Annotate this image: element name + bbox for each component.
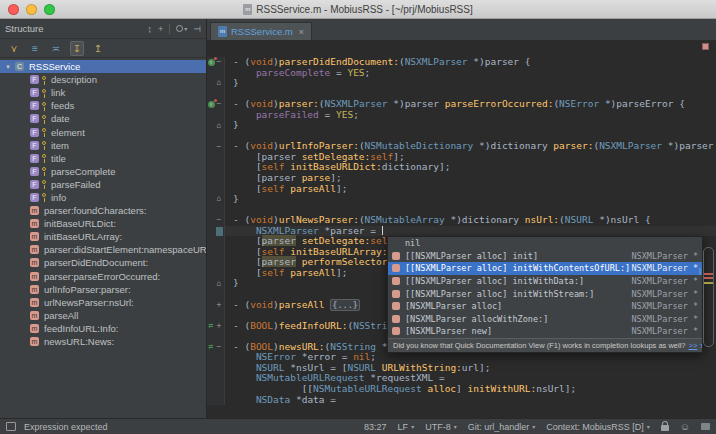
completion-item[interactable]: [NSXMLParser alloc]NSXMLParser *: [388, 300, 702, 313]
gutter[interactable]: [207, 236, 225, 247]
code-line[interactable]: ⌂}: [207, 120, 716, 131]
autoscroll-to-source-icon[interactable]: ↧: [70, 41, 84, 56]
structure-item-rssservice[interactable]: ▼CRSSService: [0, 60, 206, 73]
completion-item[interactable]: [[NSXMLParser alloc] initWithData:]NSXML…: [388, 275, 702, 288]
structure-item-info[interactable]: Finfo: [0, 191, 206, 204]
code-line[interactable]: ⌂}: [207, 78, 716, 89]
completion-item[interactable]: [NSXMLParser new]NSXMLParser *: [388, 325, 702, 338]
gutter[interactable]: [207, 373, 225, 384]
code-line[interactable]: ⌂}: [207, 194, 716, 205]
structure-item-link[interactable]: Flink: [0, 86, 206, 99]
fold-marker-slot[interactable]: −: [215, 141, 223, 152]
fold-marker-slot[interactable]: [215, 384, 223, 395]
fold-marker-slot[interactable]: [215, 173, 223, 184]
scroll-to-source-icon[interactable]: ↨: [147, 24, 152, 34]
override-icon[interactable]: ↑: [208, 101, 215, 108]
gutter[interactable]: ↑−: [207, 57, 225, 68]
collapse-all-icon[interactable]: ≍: [49, 41, 63, 56]
fold-marker-slot[interactable]: [215, 395, 223, 406]
structure-item-initbaseurlarray[interactable]: minitBaseURLArray:: [0, 230, 206, 243]
hint-link[interactable]: >>: [689, 341, 698, 350]
gutter[interactable]: [207, 352, 225, 363]
gutter[interactable]: ⌂: [207, 278, 225, 289]
structure-item-parsecomplete[interactable]: FparseComplete: [0, 165, 206, 178]
structure-item-parser-didstartelement-namespaceuri[interactable]: mparser:didStartElement:namespaceURI:: [0, 243, 206, 256]
fold-marker-slot[interactable]: [215, 110, 223, 121]
recursive-call-icon[interactable]: ⇄: [209, 321, 214, 332]
gutter[interactable]: −: [207, 215, 225, 226]
gutter[interactable]: [207, 310, 225, 321]
close-window-button[interactable]: [8, 4, 19, 15]
completion-item[interactable]: [[NSXMLParser alloc] init]NSXMLParser *: [388, 250, 702, 263]
fold-collapsed-icon[interactable]: +: [217, 322, 222, 330]
fold-marker-slot[interactable]: [215, 363, 223, 374]
structure-item-parsefailed[interactable]: FparseFailed: [0, 178, 206, 191]
structure-item-parserdidenddocument[interactable]: mparserDidEndDocument:: [0, 256, 206, 269]
inspections-hector-icon[interactable]: ☺: [680, 422, 690, 432]
fold-collapsed-icon[interactable]: +: [217, 301, 222, 309]
fold-open-icon[interactable]: −: [217, 58, 222, 66]
fold-open-icon[interactable]: −: [217, 100, 222, 108]
structure-item-initbaseurldict[interactable]: minitBaseURLDict:: [0, 217, 206, 230]
fold-marker-slot[interactable]: [215, 131, 223, 142]
expand-arrow-icon[interactable]: ▼: [5, 64, 11, 70]
fold-marker-slot[interactable]: [215, 310, 223, 321]
fold-open-icon[interactable]: −: [217, 343, 222, 351]
error-stripe-mark[interactable]: [704, 277, 713, 279]
gutter[interactable]: [207, 173, 225, 184]
fold-marker-slot[interactable]: +: [215, 300, 223, 311]
editor-scrollbar-thumb[interactable]: [703, 247, 714, 347]
gutter[interactable]: ⌂: [207, 78, 225, 89]
fold-marker-slot[interactable]: [215, 268, 223, 279]
code-line[interactable]: [self parseAll];: [207, 184, 716, 195]
fold-marker-slot[interactable]: [215, 226, 223, 237]
gutter[interactable]: [207, 363, 225, 374]
close-tab-icon[interactable]: ×: [299, 27, 304, 37]
code-line[interactable]: NSData *data =: [207, 395, 716, 406]
fold-marker-slot[interactable]: [215, 247, 223, 258]
structure-item-title[interactable]: Ftitle: [0, 152, 206, 165]
line-ending-selector[interactable]: LF▾: [398, 422, 415, 432]
gutter[interactable]: [207, 289, 225, 300]
structure-item-date[interactable]: Fdate: [0, 112, 206, 125]
structure-item-parser-foundcharacters[interactable]: mparser:foundCharacters:: [0, 204, 206, 217]
caret-stripe-mark[interactable]: [699, 268, 701, 275]
git-branch-selector[interactable]: Git: url_handler▾: [468, 422, 536, 432]
fold-marker-slot[interactable]: ⌂: [215, 78, 223, 89]
structure-item-parser-parseerroroccurred[interactable]: mparser:parseErrorOccurred:: [0, 270, 206, 283]
fold-marker-slot[interactable]: [215, 373, 223, 384]
fold-marker-slot[interactable]: [215, 152, 223, 163]
fold-end-icon[interactable]: ⌂: [217, 79, 222, 87]
scroll-from-source-icon[interactable]: +: [158, 24, 163, 34]
gutter[interactable]: [207, 89, 225, 100]
encoding-selector[interactable]: UTF-8▾: [425, 422, 457, 432]
structure-item-urlinfoparser-parser[interactable]: murlInfoParser:parser:: [0, 283, 206, 296]
expand-all-icon[interactable]: ≡: [28, 41, 42, 56]
gutter[interactable]: [207, 331, 225, 342]
fold-marker-slot[interactable]: −: [215, 215, 223, 226]
gutter[interactable]: [207, 247, 225, 258]
fold-marker-slot[interactable]: [215, 352, 223, 363]
fold-marker-slot[interactable]: [215, 289, 223, 300]
gutter[interactable]: [207, 152, 225, 163]
autoscroll-from-source-icon[interactable]: ↥: [91, 41, 105, 56]
gutter[interactable]: ⌂: [207, 194, 225, 205]
tab-rssservice-m[interactable]: m RSSService.m ×: [210, 22, 312, 40]
minimize-window-button[interactable]: [26, 4, 37, 15]
lock-icon[interactable]: [661, 425, 669, 431]
gutter[interactable]: [207, 110, 225, 121]
notification-bubble-icon[interactable]: [701, 423, 710, 430]
fold-marker-slot[interactable]: [215, 68, 223, 79]
fold-end-icon[interactable]: ⌂: [217, 280, 222, 288]
structure-item-item[interactable]: Fitem: [0, 139, 206, 152]
completion-item[interactable]: [[NSXMLParser alloc] initWithStream:]NSX…: [388, 287, 702, 300]
recursive-call-icon[interactable]: ⇄: [209, 342, 214, 353]
gutter[interactable]: [207, 384, 225, 395]
code-line[interactable]: parseComplete = YES;: [207, 68, 716, 79]
gutter[interactable]: ⌂: [207, 120, 225, 131]
code-line[interactable]: parseFailed = YES;: [207, 110, 716, 121]
gutter[interactable]: ↑−: [207, 99, 225, 110]
context-selector[interactable]: Context: MobiusRSS [D]▾: [546, 422, 650, 432]
structure-item-feeds[interactable]: Ffeeds: [0, 99, 206, 112]
gutter[interactable]: [207, 162, 225, 173]
